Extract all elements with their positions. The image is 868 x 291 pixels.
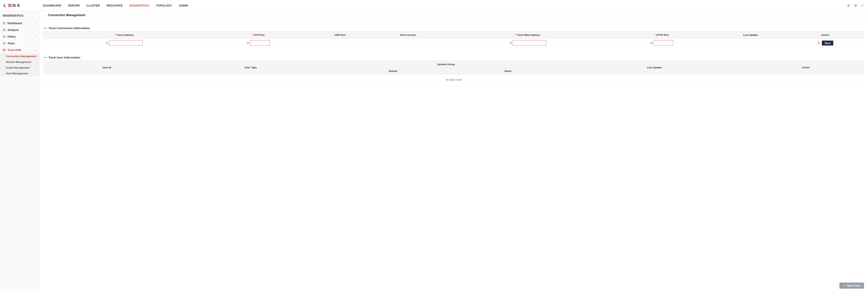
section-title: TunA User Information — [49, 56, 80, 59]
chevron-up-icon: ⌃ — [34, 29, 36, 31]
col-name: Name — [455, 68, 561, 74]
svg-rect-13 — [4, 42, 5, 43]
page-title: Connection Management — [48, 13, 86, 17]
topbar: L NA DASHBOARD SERVER CLUSTER RESOURCE D… — [0, 0, 868, 11]
section-connection-info: — TunA Connection Information — [43, 26, 864, 30]
collapse-section-icon[interactable]: — — [43, 56, 47, 60]
svg-rect-7 — [4, 30, 5, 31]
collapse-section-icon[interactable]: — — [43, 26, 47, 30]
col-default: Default — [331, 68, 455, 74]
http-port-input[interactable] — [654, 40, 673, 46]
svg-rect-5 — [4, 29, 5, 30]
sidebar-item-tuna-apm[interactable]: TunA APM ⌄ — [0, 47, 39, 53]
nav-topology[interactable]: TOPOLOGY — [156, 4, 172, 7]
sidebar-item-dashboard[interactable]: Dashboard ⌃ — [0, 20, 39, 27]
logo: L NA — [4, 3, 21, 8]
svg-rect-8 — [3, 36, 4, 36]
svg-rect-3 — [4, 24, 5, 24]
svg-rect-12 — [3, 42, 4, 43]
svg-rect-18 — [3, 50, 4, 51]
svg-rect-9 — [4, 36, 5, 36]
annotation-2: ② — [247, 41, 249, 45]
check-icon — [843, 284, 846, 287]
tuna-web-address-input[interactable] — [513, 40, 546, 46]
nav-admin[interactable]: ADMIN — [179, 4, 188, 7]
grid-icon — [3, 42, 6, 45]
svg-rect-15 — [4, 43, 5, 44]
connection-table: *TunA Address *TCP Port UDP Port TunA Ve… — [43, 31, 864, 47]
svg-rect-11 — [4, 37, 5, 38]
svg-rect-10 — [3, 37, 4, 38]
nav-dashboard[interactable]: DASHBOARD — [43, 4, 61, 7]
sidebar: DIAGNOSTICS Dashboard ⌃ Analysis ⌃ Polic… — [0, 11, 39, 291]
user-table: User ID User Type System Group Last Upda… — [43, 61, 864, 85]
sidebar-sub-module-management[interactable]: Module Management — [0, 59, 39, 65]
sidebar-item-label: TunA APM — [7, 48, 21, 51]
nav-cluster[interactable]: CLUSTER — [86, 4, 100, 7]
main-content: ‹ Connection Management — TunA Connectio… — [39, 11, 868, 291]
gear-icon[interactable] — [854, 4, 857, 7]
grid-icon — [3, 29, 6, 31]
col-tuna-address: *TunA Address — [43, 32, 205, 39]
no-data-message: No data found — [43, 74, 864, 85]
sidebar-item-label: Dashboard — [7, 22, 22, 25]
col-system-group: System Group — [331, 61, 561, 68]
col-udp-port: UDP Port — [311, 32, 369, 39]
logo-l: L — [4, 3, 7, 8]
nav-server[interactable]: SERVER — [68, 4, 80, 7]
svg-rect-19 — [4, 50, 5, 51]
chevron-up-icon: ⌃ — [34, 22, 36, 25]
grid-icon — [3, 35, 6, 38]
nav-resource[interactable]: RESOURCE — [106, 4, 123, 7]
top-nav: DASHBOARD SERVER CLUSTER RESOURCE DIAGNO… — [43, 4, 188, 7]
sidebar-submenu: Connection Management Module Management … — [0, 53, 39, 76]
section-user-info: — TunA User Information — [43, 56, 864, 60]
chevron-up-icon: ⌃ — [34, 42, 36, 45]
annotation-1: ① — [106, 41, 108, 45]
annotation-5: ⑤ — [817, 41, 820, 44]
svg-rect-17 — [4, 49, 5, 50]
section-title: TunA Connection Information — [49, 26, 90, 30]
sidebar-title: DIAGNOSTICS — [0, 11, 39, 20]
col-tuna-version: TunA Version — [369, 32, 447, 39]
sidebar-sub-install-management[interactable]: Install Management — [0, 65, 39, 71]
sidebar-item-policy[interactable]: Policy ⌃ — [0, 33, 39, 40]
svg-rect-14 — [3, 43, 4, 44]
svg-rect-1 — [4, 22, 5, 23]
table-row: ① ② — [43, 39, 864, 47]
logout-icon[interactable] — [861, 4, 864, 7]
nav-diagnostics[interactable]: DIAGNOSTICS — [129, 4, 149, 7]
chevron-up-icon: ⌃ — [34, 35, 36, 38]
sidebar-sub-connection-management[interactable]: Connection Management — [0, 53, 39, 59]
sidebar-item-analysis[interactable]: Analysis ⌃ — [0, 27, 39, 33]
col-user-id: User ID — [43, 61, 170, 74]
col-user-type: User Type — [170, 61, 331, 74]
collapse-sidebar-icon[interactable]: ‹ — [41, 13, 48, 17]
logo-bars-icon — [8, 4, 12, 7]
topbar-right — [847, 4, 864, 7]
open-tuna-label: Open TunA — [847, 284, 861, 287]
svg-rect-4 — [3, 29, 4, 30]
sidebar-item-label: Trace — [7, 42, 15, 45]
tuna-address-input[interactable] — [109, 40, 143, 46]
col-http-port: *HTTP Port — [609, 32, 715, 39]
grid-icon — [3, 22, 6, 25]
col-last-update: Last Update — [561, 61, 747, 74]
svg-rect-2 — [3, 24, 4, 24]
svg-rect-6 — [3, 30, 4, 31]
logo-na: NA — [12, 3, 21, 8]
col-action: Action — [786, 32, 864, 39]
sidebar-item-label: Analysis — [7, 28, 19, 32]
annotation-4: ④ — [650, 41, 653, 45]
annotation-3: ③ — [509, 41, 512, 45]
chevron-down-icon: ⌄ — [34, 49, 36, 51]
tcp-port-input[interactable] — [250, 40, 270, 46]
sidebar-item-trace[interactable]: Trace ⌃ — [0, 40, 39, 47]
save-button[interactable]: Save — [822, 41, 833, 45]
col-tuna-web-address: *TunA Web Address — [447, 32, 609, 39]
sidebar-sub-host-management[interactable]: Host Management — [0, 71, 39, 76]
col-action: Action — [748, 61, 864, 74]
sidebar-item-label: Policy — [7, 35, 16, 38]
bell-icon[interactable] — [847, 4, 850, 7]
open-tuna-button[interactable]: Open TunA — [839, 283, 864, 289]
